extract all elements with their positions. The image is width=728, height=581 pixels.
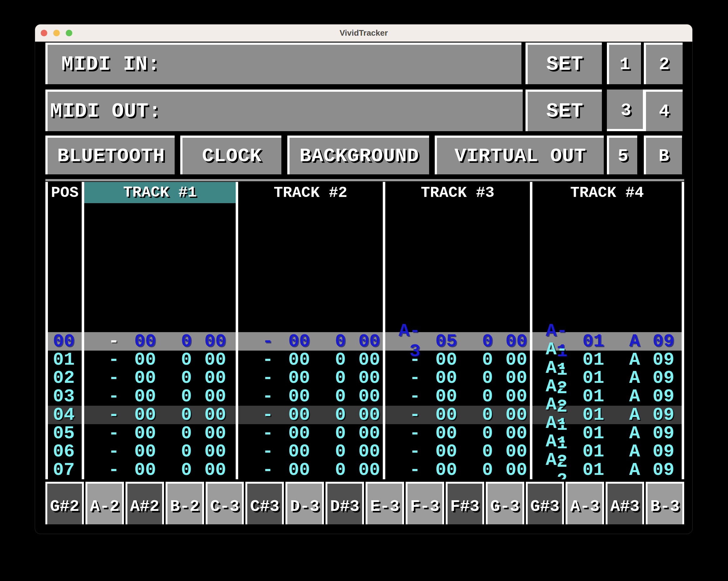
- channel-5-button[interactable]: 5: [607, 135, 637, 174]
- instrument-field: 00: [435, 368, 457, 388]
- note-key-label: A#3: [610, 498, 640, 516]
- instrument-field: 00: [435, 350, 457, 370]
- track-1-cell[interactable]: -00000: [84, 405, 236, 425]
- midi-out-panel[interactable]: MIDI OUT:: [45, 90, 523, 131]
- track-1-cell[interactable]: -00000: [84, 441, 236, 462]
- track-2-cell[interactable]: -00000: [238, 386, 383, 407]
- track-3-cell[interactable]: -00000: [385, 368, 530, 388]
- instrument-field: 00: [288, 368, 310, 388]
- column-separator: [530, 182, 532, 479]
- note-key-F#3[interactable]: F#3: [446, 482, 484, 524]
- note-key-A-3[interactable]: A-3: [566, 482, 604, 524]
- track-header-2[interactable]: TRACK #2: [238, 182, 383, 204]
- note-key-D-3[interactable]: D-3: [285, 482, 324, 524]
- vividtracker-window: VividTracker MIDI IN: SET 1 2 MIDI OUT: …: [35, 24, 693, 534]
- note-key-C-3[interactable]: C-3: [206, 482, 244, 524]
- note-key-G-3[interactable]: G-3: [486, 482, 524, 524]
- track-2-cell[interactable]: -00000: [238, 441, 383, 462]
- note-key-G#2[interactable]: G#2: [45, 482, 84, 524]
- note-key-E-3[interactable]: E-3: [366, 482, 404, 524]
- note-field: A-2: [535, 450, 567, 479]
- note-keyboard: G#2A-2A#2B-2C-3C#3D-3D#3E-3F-3F#3G-3G#3A…: [45, 482, 684, 524]
- volume-field: 0: [335, 331, 346, 352]
- note-field: -: [388, 405, 420, 425]
- channel-4-button[interactable]: 4: [644, 90, 683, 131]
- instrument-field: 00: [288, 405, 310, 425]
- note-field: -: [388, 350, 420, 370]
- track-2-cell[interactable]: -00000: [238, 350, 383, 370]
- note-key-F-3[interactable]: F-3: [406, 482, 444, 524]
- background-button[interactable]: BACKGROUND: [287, 135, 429, 174]
- track-2-cell[interactable]: -00000: [238, 460, 383, 479]
- clock-label: CLOCK: [202, 145, 262, 167]
- channel-2-button[interactable]: 2: [644, 43, 683, 84]
- track-3-cell[interactable]: -00000: [385, 405, 530, 425]
- row-position: 00: [48, 331, 82, 352]
- note-field: -: [241, 441, 273, 462]
- volume-field: 0: [335, 368, 346, 388]
- channel-1-button[interactable]: 1: [607, 43, 641, 84]
- bank-b-button[interactable]: B: [644, 135, 682, 174]
- note-key-C#3[interactable]: C#3: [245, 482, 284, 524]
- track-header-3[interactable]: TRACK #3: [385, 182, 530, 204]
- instrument-field: 00: [288, 460, 310, 479]
- row-position: 05: [48, 423, 82, 444]
- channel-3-label: 3: [621, 100, 632, 121]
- instrument-field: 00: [134, 441, 156, 462]
- row-position: 02: [48, 368, 82, 388]
- pos-header: POS: [48, 182, 82, 204]
- effect-field: 00: [204, 350, 226, 370]
- note-key-label: G#2: [50, 498, 79, 516]
- track-1-cell[interactable]: -00000: [84, 460, 236, 479]
- note-key-D#3[interactable]: D#3: [326, 482, 364, 524]
- track-2-cell[interactable]: -00000: [238, 423, 383, 444]
- note-field: -: [388, 460, 420, 479]
- clock-button[interactable]: CLOCK: [180, 135, 281, 174]
- track-3-cell[interactable]: -00000: [385, 423, 530, 444]
- instrument-field: 00: [134, 331, 156, 352]
- effect-field: 00: [204, 405, 226, 425]
- note-key-B-3[interactable]: B-3: [646, 482, 684, 524]
- note-field: -: [87, 368, 119, 388]
- note-field: -: [241, 368, 273, 388]
- track-2-cell[interactable]: -00000: [238, 405, 383, 425]
- channel-3-button[interactable]: 3: [607, 90, 645, 131]
- note-key-B-2[interactable]: B-2: [165, 482, 204, 524]
- table-top-strip: [45, 179, 684, 181]
- note-key-A#3[interactable]: A#3: [606, 482, 644, 524]
- track-3-cell[interactable]: -00000: [385, 460, 530, 479]
- note-key-A-2[interactable]: A-2: [85, 482, 124, 524]
- note-key-label: A#2: [130, 498, 159, 516]
- midi-in-set-button[interactable]: SET: [525, 43, 602, 84]
- volume-field: 0: [181, 423, 192, 444]
- track-3-cell[interactable]: -00000: [385, 441, 530, 462]
- channel-5-label: 5: [618, 146, 629, 166]
- midi-out-set-button[interactable]: SET: [525, 90, 602, 131]
- virtual-out-button[interactable]: VIRTUAL OUT: [435, 135, 604, 174]
- track-3-cell[interactable]: -00000: [385, 350, 530, 370]
- instrument-field: 00: [288, 441, 310, 462]
- track-1-cell[interactable]: -00000: [84, 350, 236, 370]
- track-header-1[interactable]: TRACK #1: [84, 182, 236, 203]
- note-key-G#3[interactable]: G#3: [526, 482, 564, 524]
- track-1-cell[interactable]: -00000: [84, 386, 236, 407]
- pattern-row-07[interactable]: 07-00000-00000-00000A-201A09: [48, 461, 682, 479]
- channel-2-label: 2: [659, 54, 670, 75]
- track-3-cell[interactable]: -00000: [385, 386, 530, 407]
- note-key-A#2[interactable]: A#2: [126, 482, 164, 524]
- midi-in-panel[interactable]: MIDI IN:: [45, 43, 521, 84]
- note-key-label: D-3: [290, 498, 319, 516]
- track-1-cell[interactable]: -00000: [84, 423, 236, 444]
- track-2-cell[interactable]: -00000: [238, 331, 383, 352]
- effect-field: 00: [204, 331, 226, 352]
- track-header-4[interactable]: TRACK #4: [532, 182, 682, 204]
- track-1-cell[interactable]: -00000: [84, 368, 236, 388]
- track-4-cell[interactable]: A-201A09: [532, 450, 682, 479]
- track-1-cell[interactable]: -00000: [84, 331, 236, 352]
- instrument-field: 00: [134, 460, 156, 479]
- bluetooth-button[interactable]: BLUETOOTH: [45, 135, 175, 174]
- track-2-cell[interactable]: -00000: [238, 368, 383, 388]
- note-field: -: [241, 331, 273, 352]
- instrument-field: 05: [435, 331, 457, 352]
- effect-field: 00: [358, 350, 380, 370]
